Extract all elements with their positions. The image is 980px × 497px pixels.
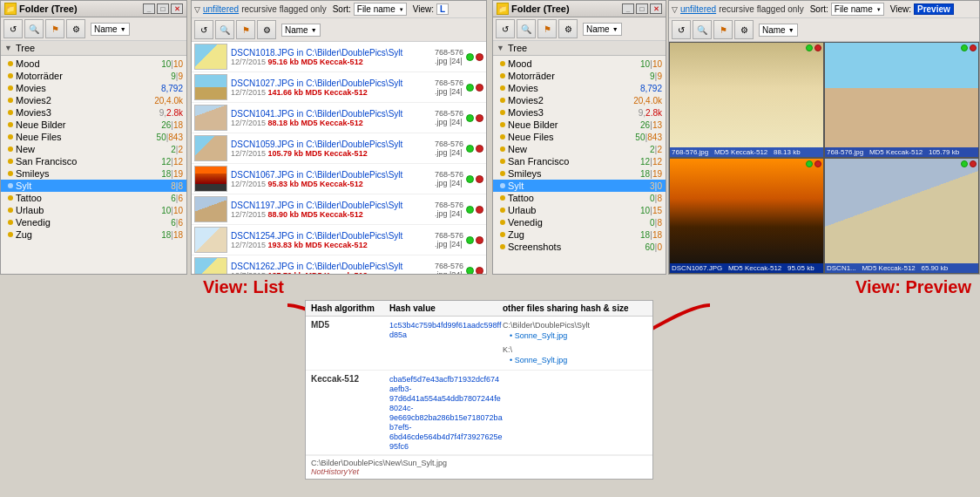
preview-refresh-btn[interactable]: ↺ [672,20,691,39]
right-tree-item-sf[interactable]: San Francisco 12|12 [493,155,666,167]
right-tree-item-motorrader[interactable]: Motorräder 9|9 [493,70,666,82]
sort-value: File name [357,4,395,14]
tree-item-zug[interactable]: Zug 18|18 [1,228,186,241]
preview-3-label: DSCN1067.JPG MD5 Keccak-512 95.05 kb [670,263,823,273]
tree-item-sylt[interactable]: Sylt 8|8 [1,180,186,192]
right-refresh-btn[interactable]: ↺ [496,19,515,38]
keccak-value: cba5ef5d7e43acfb71932dcf674aefb3-97d6d41… [389,375,503,451]
right-search-btn[interactable]: 🔍 [517,19,536,38]
list-search-btn[interactable]: 🔍 [215,20,234,39]
smileys-dot [8,171,13,176]
tree-item-tattoo[interactable]: Tattoo 6|6 [1,192,186,204]
tree-item-smileys[interactable]: Smileys 18|19 [1,167,186,180]
flag-btn[interactable]: ⚑ [45,19,64,38]
tree-item-motorrader[interactable]: Motorräder 9|9 [1,70,186,82]
right-tree-item-urlaub[interactable]: Urlaub 10|15 [493,204,666,216]
tree-item-movies3[interactable]: Movies3 9,2.8k [1,106,186,119]
right-name-dropdown[interactable]: Name ▼ [583,23,622,36]
right-tree-item-mood[interactable]: Mood 10|10 [493,58,666,70]
list-refresh-btn[interactable]: ↺ [194,20,213,39]
status-red [476,53,483,61]
tree-item-new[interactable]: New 2|2 [1,143,186,155]
list-item[interactable]: DSCN1254.JPG in C:\Bilder\DoublePics\Syl… [192,225,486,255]
r-neue-bilder-dot [500,122,505,127]
tree-item-movies[interactable]: Movies 8,792 [1,82,186,94]
restore-btn[interactable]: □ [157,3,169,14]
filter-label[interactable]: unfiltered [203,4,239,14]
preview-search-btn[interactable]: 🔍 [693,20,712,39]
preview-settings-btn[interactable]: ⚙ [734,20,754,39]
list-file-content: DSCN1018.JPG in C:\Bilder\DoublePics\Syl… [192,42,486,274]
list-name-dropdown[interactable]: Name ▼ [281,24,321,37]
preview-flag-btn[interactable]: ⚑ [713,20,733,39]
tree-item-san-francisco[interactable]: San Francisco 12|12 [1,155,186,167]
neue-files-dot [8,134,13,140]
list-flag-btn[interactable]: ⚑ [236,20,255,39]
right-restore-btn[interactable]: □ [636,3,648,14]
right-tree-item-sylt[interactable]: Sylt 3|0 [493,180,666,192]
right-tree-item-screenshots[interactable]: Screenshots 60|0 [493,241,666,253]
preview-flagged: flagged only [757,4,804,14]
status-red [476,236,483,244]
sort-dropdown[interactable]: File name [354,3,407,16]
preview-sort-value: File name [835,4,873,14]
preview-cell-2[interactable]: 768-576.jpg MD5 Keccak-512 105.79 kb [824,42,979,158]
preview-cell-1[interactable]: 768-576.jpg MD5 Keccak-512 88.13 kb [669,42,824,158]
close-btn[interactable]: ✕ [171,3,183,14]
r-movies2-dot [500,98,505,103]
right-tree-item-venedig[interactable]: Venedig 0|8 [493,216,666,228]
tree-item-urlaub[interactable]: Urlaub 10|10 [1,204,186,216]
view-value[interactable]: L [436,3,449,15]
list-settings-btn[interactable]: ⚙ [257,20,276,39]
list-item[interactable]: DSCN1059.JPG in C:\Bilder\DoublePics\Syl… [192,133,486,164]
list-item[interactable]: DSCN1197.JPG in C:\Bilder\DoublePics\Syl… [192,194,486,225]
tree-item-neue-files[interactable]: Neue Files 50|843 [1,131,186,143]
preview-cell-4[interactable]: DSCN1... MD5 Keccak-512 65.90 kb [824,158,979,274]
flagged-only-label[interactable]: flagged only [280,4,327,14]
preview-cell-3[interactable]: DSCN1067.JPG MD5 Keccak-512 95.05 kb [669,158,824,274]
list-item[interactable]: DSCN1262.JPG in C:\Bilder\DoublePics\Syl… [192,255,486,274]
right-tree-item-zug[interactable]: Zug 18|18 [493,228,666,241]
settings-btn[interactable]: ⚙ [66,19,85,38]
tree-item-venedig[interactable]: Venedig 6|6 [1,216,186,228]
right-close-btn[interactable]: ✕ [650,3,662,14]
right-flag-btn[interactable]: ⚑ [537,19,557,38]
right-settings-btn[interactable]: ⚙ [558,19,578,38]
right-tree-item-neue-files[interactable]: Neue Files 50|843 [493,131,666,143]
tree-item-movies2[interactable]: Movies2 20,4.0k [1,94,186,106]
tree-root-header: ▼ Tree [1,41,186,56]
md5-value: 1c53b4c759b4fd99f61aadc598ffd85a [389,321,501,339]
right-tree-item-neue-bilder[interactable]: Neue Bilder 26|13 [493,119,666,131]
tree-item-mood[interactable]: Mood 10|10 [1,58,186,70]
minimize-btn[interactable]: _ [143,3,155,14]
status-red [476,206,483,214]
preview-filter-label[interactable]: unfiltered [680,4,716,14]
right-tree-item-new[interactable]: New 2|2 [493,143,666,155]
search-btn[interactable]: 🔍 [24,19,44,38]
list-item[interactable]: DSCN1018.JPG in C:\Bilder\DoublePics\Syl… [192,42,486,72]
right-tree-item-movies[interactable]: Movies 8,792 [493,82,666,94]
preview-1-label: 768-576.jpg MD5 Keccak-512 88.13 kb [670,147,823,157]
list-item[interactable]: DSCN1041.JPG in C:\Bilder\DoublePics\Syl… [192,103,486,133]
recursive-label[interactable]: recursive [241,4,277,14]
name-dropdown[interactable]: Name ▼ [91,23,130,36]
preview-view-value[interactable]: Preview [914,3,954,15]
tree-item-neue-bilder[interactable]: Neue Bilder 26|18 [1,119,186,131]
list-item[interactable]: DSCN1067.JPG in C:\Bilder\DoublePics\Syl… [192,164,486,194]
sort-label: Sort: [333,4,351,14]
refresh-btn[interactable]: ↺ [3,19,23,38]
preview-name-dropdown[interactable]: Name ▼ [759,24,798,37]
file-dims: 768-576.jpg |24| [435,231,463,248]
right-tree-item-smileys[interactable]: Smileys 18|19 [493,167,666,180]
preview-sort-dropdown[interactable]: File name [831,3,884,16]
right-tree-item-movies3[interactable]: Movies3 9,2.8k [493,106,666,119]
left-tree-title: Folder (Tree) [19,3,78,14]
right-minimize-btn[interactable]: _ [622,3,634,14]
r-sf-dot [500,159,505,164]
file-dims: 768-576.jpg |24| [435,78,463,96]
r-urlaub-dot [500,208,505,213]
list-item[interactable]: DSCN1027.JPG in C:\Bilder\DoublePics\Syl… [192,72,486,103]
left-tree-title-bar: 📁 Folder (Tree) _ □ ✕ [1,1,186,17]
right-tree-item-tattoo[interactable]: Tattoo 0|8 [493,192,666,204]
right-tree-item-movies2[interactable]: Movies2 20,4.0k [493,94,666,106]
